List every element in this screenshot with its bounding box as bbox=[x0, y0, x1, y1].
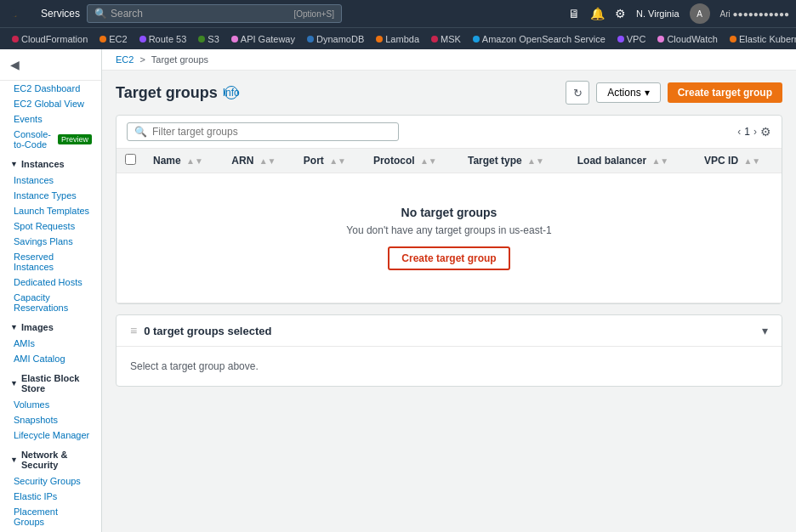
breadcrumb-ec2[interactable]: EC2 bbox=[116, 54, 134, 65]
preview-badge: Preview bbox=[58, 134, 92, 144]
search-shortcut: [Option+S] bbox=[293, 9, 334, 19]
bookmark-ec2[interactable]: EC2 bbox=[94, 32, 132, 46]
region-selector[interactable]: N. Virginia bbox=[636, 8, 679, 19]
actions-chevron-icon: ▾ bbox=[645, 87, 650, 99]
target-groups-table-container: 🔍 ‹ 1 › ⚙ bbox=[116, 115, 782, 304]
sidebar-item-security-groups[interactable]: Security Groups bbox=[0, 473, 101, 489]
sidebar-item-savings-plans[interactable]: Savings Plans bbox=[0, 234, 101, 249]
sidebar-section-instances[interactable]: ▼ Instances bbox=[0, 152, 101, 173]
sidebar-item-reserved-instances[interactable]: Reserved Instances bbox=[0, 249, 101, 274]
info-button[interactable]: Info bbox=[225, 86, 238, 99]
sidebar-section-network-security[interactable]: ▼ Network & Security bbox=[0, 443, 101, 473]
services-menu[interactable]: Services bbox=[41, 8, 80, 20]
pagination: ‹ 1 › ⚙ bbox=[737, 125, 771, 139]
sidebar-item-volumes[interactable]: Volumes bbox=[0, 397, 101, 412]
name-column-header: Name ▲▼ bbox=[145, 149, 223, 173]
search-bar[interactable]: 🔍 [Option+S] bbox=[87, 4, 342, 23]
sidebar-item-snapshots[interactable]: Snapshots bbox=[0, 412, 101, 427]
bookmark-route53[interactable]: Route 53 bbox=[134, 32, 192, 46]
bookmark-opensearch[interactable]: Amazon OpenSearch Service bbox=[468, 32, 611, 46]
opensearch-dot bbox=[473, 36, 480, 42]
user-avatar[interactable]: A bbox=[690, 3, 710, 24]
sidebar-item-capacity-reservations[interactable]: Capacity Reservations bbox=[0, 290, 101, 315]
target-groups-table: Name ▲▼ ARN ▲▼ Port ▲▼ Protocol ▲▼ Targe… bbox=[117, 149, 782, 303]
table-settings-button[interactable]: ⚙ bbox=[760, 125, 771, 139]
page-title: Target groups bbox=[116, 84, 218, 102]
sidebar-item-amis[interactable]: AMIs bbox=[0, 336, 101, 351]
sidebar-item-ami-catalog[interactable]: AMI Catalog bbox=[0, 351, 101, 366]
bookmark-cloudformation[interactable]: CloudFormation bbox=[7, 32, 93, 46]
bell-icon[interactable]: 🔔 bbox=[590, 7, 605, 20]
sidebar-section-images[interactable]: ▼ Images bbox=[0, 315, 101, 336]
sidebar-item-spot-requests[interactable]: Spot Requests bbox=[0, 218, 101, 234]
eks-dot bbox=[730, 36, 736, 42]
next-page-button[interactable]: › bbox=[753, 126, 757, 138]
filter-search-icon: 🔍 bbox=[134, 126, 147, 138]
sidebar: ◀ EC2 Dashboard EC2 Global View Events C… bbox=[0, 49, 102, 532]
empty-state: No target groups You don't have any targ… bbox=[125, 180, 773, 296]
bookmark-msk[interactable]: MSK bbox=[426, 32, 466, 46]
search-icon: 🔍 bbox=[94, 8, 107, 20]
select-all-column bbox=[117, 149, 145, 173]
actions-dropdown-button[interactable]: Actions ▾ bbox=[596, 82, 660, 103]
load-balancer-column-header: Load balancer ▲▼ bbox=[569, 149, 696, 173]
prev-page-button[interactable]: ‹ bbox=[737, 126, 741, 138]
bookmark-vpc[interactable]: VPC bbox=[612, 32, 651, 46]
collapse-sidebar-button[interactable]: ◀ bbox=[7, 54, 23, 75]
network-arrow: ▼ bbox=[10, 456, 18, 464]
sidebar-section-ebs[interactable]: ▼ Elastic Block Store bbox=[0, 366, 101, 397]
sidebar-item-placement-groups[interactable]: Placement Groups bbox=[0, 504, 101, 529]
aws-logo[interactable] bbox=[7, 5, 34, 22]
bookmark-api-gateway[interactable]: API Gateway bbox=[226, 32, 300, 46]
bookmark-lambda[interactable]: Lambda bbox=[371, 32, 424, 46]
settings-icon[interactable]: ⚙ bbox=[615, 7, 626, 20]
breadcrumb-separator: > bbox=[139, 54, 145, 65]
empty-state-create-button[interactable]: Create target group bbox=[388, 246, 509, 270]
ebs-arrow: ▼ bbox=[10, 379, 18, 388]
refresh-button[interactable]: ↻ bbox=[566, 81, 589, 105]
sidebar-item-events[interactable]: Events bbox=[0, 111, 101, 127]
sidebar-item-elastic-ips[interactable]: Elastic IPs bbox=[0, 489, 101, 504]
header-actions: ↻ Actions ▾ Create target group bbox=[566, 81, 782, 105]
dynamodb-dot bbox=[307, 36, 314, 42]
cloud-icon[interactable]: 🖥 bbox=[568, 7, 580, 20]
main-layout: ◀ EC2 Dashboard EC2 Global View Events C… bbox=[0, 49, 796, 532]
bookmark-dynamodb[interactable]: DynamoDB bbox=[302, 32, 369, 46]
sidebar-item-launch-templates[interactable]: Launch Templates bbox=[0, 203, 101, 218]
select-all-checkbox[interactable] bbox=[125, 154, 136, 165]
breadcrumb-current: Target groups bbox=[151, 54, 208, 65]
actions-label: Actions bbox=[607, 87, 640, 99]
sidebar-item-lifecycle-manager[interactable]: Lifecycle Manager bbox=[0, 427, 101, 443]
cloudwatch-dot bbox=[657, 36, 664, 42]
bottom-panel-collapse-button[interactable]: ▾ bbox=[762, 324, 768, 337]
bottom-panel-header[interactable]: ≡ 0 target groups selected ▾ bbox=[117, 315, 782, 347]
bookmark-cloudwatch[interactable]: CloudWatch bbox=[652, 32, 723, 46]
account-info: Ari ●●●●●●●●●●● bbox=[720, 9, 789, 19]
filter-bar: 🔍 ‹ 1 › ⚙ bbox=[117, 116, 782, 149]
filter-input-wrap[interactable]: 🔍 bbox=[127, 122, 399, 141]
sidebar-item-instance-types[interactable]: Instance Types bbox=[0, 188, 101, 203]
create-target-group-button[interactable]: Create target group bbox=[668, 82, 782, 103]
route53-dot bbox=[139, 36, 146, 42]
ec2-dot bbox=[100, 36, 106, 42]
sidebar-item-ec2-dashboard[interactable]: EC2 Dashboard bbox=[0, 81, 101, 96]
ebs-section-label: Elastic Block Store bbox=[21, 373, 91, 393]
search-input[interactable] bbox=[111, 8, 290, 20]
breadcrumb: EC2 > Target groups bbox=[102, 49, 796, 71]
top-nav: Services 🔍 [Option+S] 🖥 🔔 ⚙ N. Virginia … bbox=[0, 0, 796, 27]
empty-state-title: No target groups bbox=[151, 206, 748, 219]
arn-column-header: ARN ▲▼ bbox=[223, 149, 294, 173]
bottom-panel-title: 0 target groups selected bbox=[144, 325, 271, 337]
cloudformation-dot bbox=[12, 36, 19, 42]
page-number: 1 bbox=[744, 126, 750, 138]
empty-state-description: You don't have any target groups in us-e… bbox=[151, 224, 748, 236]
filter-input[interactable] bbox=[152, 126, 391, 138]
bookmark-s3[interactable]: S3 bbox=[193, 32, 224, 46]
sidebar-item-console-to-code[interactable]: Console-to-Code Preview bbox=[0, 127, 101, 152]
sidebar-item-ec2-global-view[interactable]: EC2 Global View bbox=[0, 96, 101, 111]
sidebar-item-dedicated-hosts[interactable]: Dedicated Hosts bbox=[0, 274, 101, 290]
refresh-icon: ↻ bbox=[573, 87, 583, 99]
bookmark-eks[interactable]: Elastic Kubernetes Service bbox=[725, 32, 796, 46]
services-label: Services bbox=[41, 8, 80, 20]
sidebar-item-instances[interactable]: Instances bbox=[0, 173, 101, 188]
